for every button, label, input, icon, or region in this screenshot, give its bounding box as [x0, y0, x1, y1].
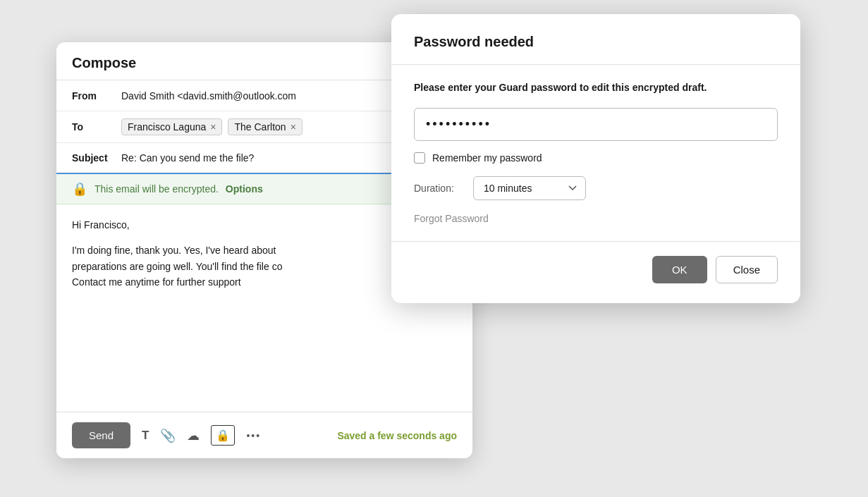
remove-francisco-icon[interactable]: ×	[210, 122, 216, 132]
forgot-password-link[interactable]: Forgot Password	[414, 213, 778, 224]
recipient-carlton-name: The Carlton	[234, 121, 286, 133]
cloud-icon[interactable]: ☁	[187, 428, 200, 443]
password-dialog: Password needed Please enter your Guard …	[391, 14, 800, 303]
recipient-francisco[interactable]: Francisco Laguna ×	[121, 118, 222, 135]
to-recipients: Francisco Laguna × The Carlton ×	[121, 118, 302, 135]
close-button[interactable]: Close	[716, 256, 778, 283]
more-icon[interactable]: •••	[246, 430, 261, 441]
lock-green-icon: 🔒	[72, 181, 87, 197]
lock-toolbar-icon[interactable]: 🔒	[211, 425, 235, 446]
dialog-prompt: Please enter your Guard password to edit…	[414, 80, 778, 95]
duration-row: Duration: 5 minutes 10 minutes 30 minute…	[414, 176, 778, 200]
ok-button[interactable]: OK	[652, 256, 707, 283]
recipient-francisco-name: Francisco Laguna	[128, 121, 206, 133]
compose-title: Compose	[72, 55, 136, 70]
body-line3: preparations are going well. You'll find…	[72, 261, 282, 272]
recipient-carlton[interactable]: The Carlton ×	[228, 118, 302, 135]
dialog-divider-top	[391, 64, 800, 65]
remove-carlton-icon[interactable]: ×	[291, 122, 296, 132]
to-label: To	[72, 121, 121, 133]
body-line4: Contact me anytime for further support	[72, 276, 241, 288]
subject-label: Subject	[72, 152, 121, 164]
dialog-divider-bottom	[391, 241, 800, 242]
format-text-icon[interactable]: T	[142, 429, 149, 443]
remember-row: Remember my password	[414, 152, 778, 164]
password-input[interactable]	[414, 108, 778, 141]
remember-label: Remember my password	[432, 152, 542, 164]
dialog-title: Password needed	[414, 34, 778, 50]
remember-checkbox[interactable]	[414, 152, 425, 164]
from-label: From	[72, 90, 121, 102]
options-link[interactable]: Options	[226, 183, 263, 195]
dialog-actions: OK Close	[414, 256, 778, 283]
duration-label: Duration:	[414, 183, 463, 194]
subject-value: Re: Can you send me the file?	[121, 152, 254, 164]
encryption-text: This email will be encrypted.	[94, 183, 219, 195]
body-line2: I'm doing fine, thank you. Yes, I've hea…	[72, 245, 276, 256]
send-button[interactable]: Send	[72, 422, 130, 448]
compose-toolbar: Send T 📎 ☁ 🔒 ••• Saved a few seconds ago	[56, 412, 472, 458]
from-value: David Smith <david.smith@outlook.com	[121, 90, 296, 102]
duration-select[interactable]: 5 minutes 10 minutes 30 minutes 1 hour A…	[473, 176, 586, 200]
saved-status: Saved a few seconds ago	[337, 430, 457, 441]
attachment-icon[interactable]: 📎	[160, 428, 176, 443]
